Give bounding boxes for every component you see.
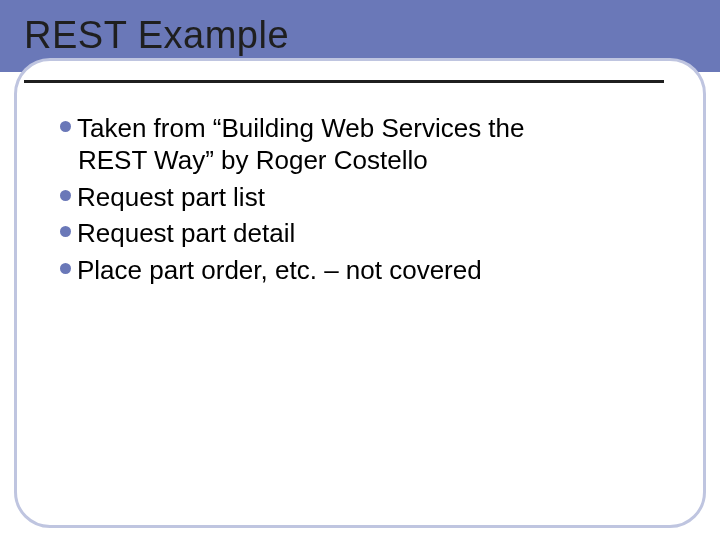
list-item: Taken from “Building Web Services the RE…: [60, 110, 670, 177]
title-underline: [24, 80, 664, 83]
bullet-text: Request part list: [77, 182, 265, 212]
list-item: Request part detail: [60, 215, 670, 249]
list-item: Place part order, etc. – not covered: [60, 252, 670, 286]
bullet-text: Taken from “Building Web Services the: [77, 113, 525, 143]
list-item: Request part list: [60, 179, 670, 213]
slide-title: REST Example: [24, 14, 289, 57]
bullet-text: Request part detail: [77, 218, 295, 248]
bullet-icon: [60, 263, 71, 274]
bullet-icon: [60, 121, 71, 132]
bullet-list: Taken from “Building Web Services the RE…: [60, 110, 670, 288]
bullet-text: Place part order, etc. – not covered: [77, 255, 482, 285]
bullet-icon: [60, 226, 71, 237]
bullet-text-cont: REST Way” by Roger Costello: [60, 144, 670, 177]
bullet-icon: [60, 190, 71, 201]
